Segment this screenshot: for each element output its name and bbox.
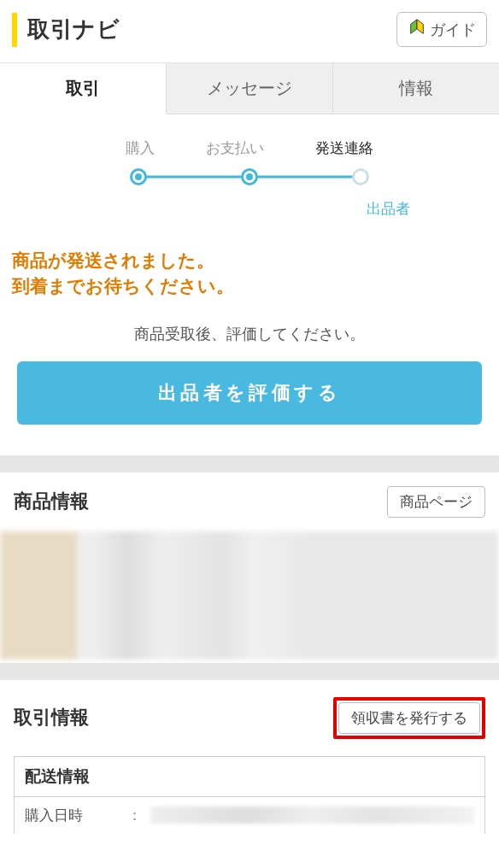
tab-info[interactable]: 情報 [333,63,499,114]
transaction-section-head: 取引情報 領収書を発行する [0,680,499,756]
product-section-title: 商品情報 [14,489,89,514]
progress-steps: 購入 お支払い 発送連絡 出品者 [0,114,499,227]
step-dot-3 [352,168,369,185]
shipping-info-box: 配送情報 購入日時 ： [14,756,485,834]
main-action-wrap: 出品者を評価する [0,361,499,455]
step-bar [130,167,369,187]
header-left: 取引ナビ [12,13,120,47]
rate-seller-label: 出品者を評価する [158,382,341,403]
guide-button-label: ガイド [430,20,476,40]
page-title: 取引ナビ [27,15,120,44]
tab-messages[interactable]: メッセージ [167,63,333,114]
product-content-redacted [0,531,499,660]
transaction-section-title: 取引情報 [14,705,89,730]
step-labels: 購入 お支払い 発送連絡 [17,138,482,158]
divider [0,663,499,680]
status-main: 商品が発送されました。 到着までお待ちください。 [12,248,487,300]
accent-bar [12,13,17,47]
transaction-section: 取引情報 領収書を発行する [0,680,499,756]
tab-label: 取引 [66,79,100,97]
issue-receipt-button-label: 領収書を発行する [351,710,467,726]
product-section-head: 商品情報 商品ページ [0,472,499,531]
status-line1: 商品が発送されました。 [12,250,214,270]
step-dot-2 [241,168,258,185]
colon: ： [127,806,142,825]
tab-transaction[interactable]: 取引 [0,63,167,114]
product-page-button-label: 商品ページ [400,494,473,510]
tab-bar: 取引 メッセージ 情報 [0,63,499,114]
guide-button[interactable]: ガイド [396,12,487,47]
step-label-shipping: 発送連絡 [315,138,373,158]
status-block: 商品が発送されました。 到着までお待ちください。 商品受取後、評価してください。 [0,227,499,361]
beginner-leaf-icon [408,18,426,41]
shipping-info-title: 配送情報 [15,757,484,797]
status-line2: 到着までお待ちください。 [12,276,234,296]
highlight-frame: 領収書を発行する [333,697,485,739]
step-label-payment: お支払い [206,138,264,158]
product-page-button[interactable]: 商品ページ [387,486,485,518]
issue-receipt-button[interactable]: 領収書を発行する [338,702,480,734]
page-header: 取引ナビ ガイド [0,0,499,63]
shipping-row-value-redacted [150,806,474,824]
shipping-row-purchase-datetime: 購入日時 ： [15,797,484,834]
shipping-row-label: 購入日時 [25,806,119,825]
rate-seller-button[interactable]: 出品者を評価する [17,361,482,425]
step-sublabel: 出品者 [17,199,410,219]
step-label-purchase: 購入 [126,138,155,158]
status-sub: 商品受取後、評価してください。 [12,324,487,344]
tab-label: 情報 [399,79,433,97]
tab-label: メッセージ [207,79,292,97]
step-dot-1 [130,168,147,185]
divider [0,455,499,472]
